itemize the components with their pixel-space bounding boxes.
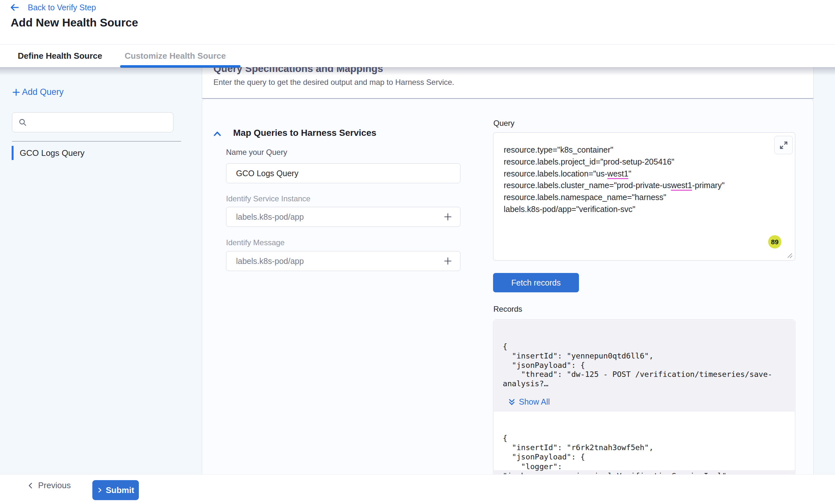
tab-define-health-source[interactable]: Define Health Source [18, 44, 102, 67]
message-field [226, 251, 461, 271]
submit-label: Submit [106, 485, 134, 495]
submit-button[interactable]: Submit [93, 480, 139, 500]
add-query-label: Add Query [22, 87, 64, 97]
selected-indicator [12, 146, 14, 160]
sidebar-item-gco-logs-query[interactable]: GCO Logs Query [12, 146, 85, 160]
query-name-input[interactable] [236, 169, 452, 178]
query-search-box [12, 112, 174, 132]
service-instance-input[interactable] [236, 212, 443, 222]
textarea-resize-handle[interactable] [785, 251, 793, 260]
show-all-label: Show All [519, 397, 550, 406]
query-label: Query [493, 119, 514, 128]
plus-icon [12, 88, 21, 97]
chevron-right-icon [97, 487, 103, 493]
add-query-button[interactable]: Add Query [12, 87, 64, 97]
query-specifications-header: Query Specifications and Mappings Enter … [202, 67, 814, 99]
add-health-source-page: Back to Verify Step Add New Health Sourc… [0, 0, 835, 504]
back-link-label: Back to Verify Step [28, 3, 96, 12]
fetch-records-button[interactable]: Fetch records [493, 273, 579, 292]
back-arrow-icon [10, 3, 19, 12]
show-all-link[interactable]: Show All [508, 397, 550, 406]
sidebar-divider [12, 141, 181, 142]
query-item-label: GCO Logs Query [20, 148, 85, 158]
query-text: resource.type="k8s_container" resource.l… [504, 144, 781, 215]
section-subtitle: Enter the query to get the desired outpu… [213, 78, 454, 87]
record-1-json: { "insertId": "yennepun0qtd6ll6", "jsonP… [503, 342, 772, 388]
chevron-left-icon [27, 482, 34, 489]
identify-service-instance-label: Identify Service Instance [226, 194, 310, 203]
search-input[interactable] [31, 114, 173, 130]
name-your-query-label: Name your Query [226, 148, 287, 157]
add-service-instance-icon[interactable] [443, 212, 452, 222]
map-queries-title: Map Queries to Harness Services [233, 128, 376, 138]
search-icon [18, 118, 27, 127]
message-input[interactable] [236, 256, 443, 266]
identify-message-label: Identify Message [226, 238, 284, 247]
records-label: Records [493, 304, 522, 314]
expand-query-button[interactable] [774, 136, 793, 154]
previous-label: Previous [38, 480, 71, 490]
record-2-json: { "insertId": "r6rk2tnah3owf5eh", "jsonP… [503, 434, 727, 481]
footer-bar: Previous Submit [0, 474, 835, 504]
record-count-badge: 89 [768, 235, 781, 249]
back-to-verify-link[interactable]: Back to Verify Step [10, 3, 96, 12]
active-tab-underline [120, 65, 241, 68]
add-message-icon[interactable] [443, 256, 452, 266]
service-instance-field [226, 207, 461, 227]
page-title: Add New Health Source [11, 16, 138, 29]
double-chevron-down-icon [508, 398, 516, 406]
tab-bar: Define Health Source Customize Health So… [0, 44, 835, 67]
chevron-up-icon [212, 129, 222, 139]
previous-button[interactable]: Previous [27, 480, 71, 490]
query-name-field [226, 163, 461, 183]
collapse-section-button[interactable] [212, 129, 222, 139]
fullscreen-icon [779, 141, 788, 150]
section-title: Query Specifications and Mappings [213, 67, 383, 75]
tab-customize-health-source[interactable]: Customize Health Source [125, 44, 226, 67]
